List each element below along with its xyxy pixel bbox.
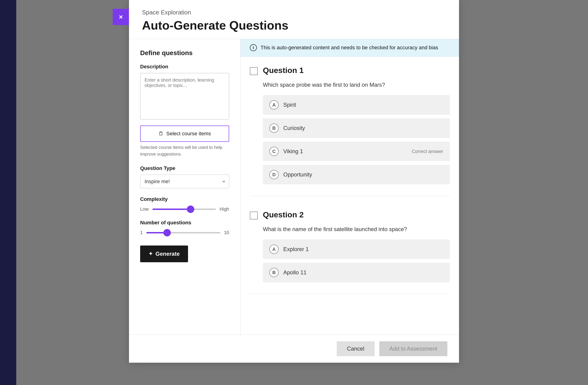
q2-option-b-circle: B bbox=[269, 268, 279, 277]
complexity-section: Complexity Low High bbox=[140, 196, 229, 212]
num-questions-section: Number of questions 1 10 bbox=[140, 220, 229, 235]
complexity-low-label: Low bbox=[140, 206, 149, 212]
modal: × Space Exploration Auto-Generate Questi… bbox=[129, 0, 459, 363]
num-questions-slider-row: 1 10 bbox=[140, 230, 229, 235]
select-course-helper-text: Selected course items will be used to he… bbox=[140, 144, 229, 157]
option-d-text: Opportunity bbox=[283, 171, 312, 178]
modal-body: Define questions Description 🗒 Select co… bbox=[129, 39, 459, 335]
breadcrumb: Space Exploration bbox=[142, 9, 446, 16]
num-questions-min-label: 1 bbox=[140, 230, 143, 235]
question-type-section: Question Type Inspire me! Multiple Choic… bbox=[140, 165, 229, 188]
q2-option-a-circle: A bbox=[269, 245, 279, 254]
modal-header: Space Exploration Auto-Generate Question… bbox=[129, 0, 459, 39]
question-2-options: A Explorer 1 B Apollo 11 bbox=[263, 239, 450, 282]
modal-title: Auto-Generate Questions bbox=[142, 18, 446, 32]
question-2-header: Question 2 bbox=[250, 210, 450, 219]
right-panel: i This is auto-generated content and nee… bbox=[241, 39, 459, 335]
question-1-option-c: C Viking 1 Correct answer bbox=[263, 142, 450, 161]
q2-option-b-text: Apollo 11 bbox=[283, 269, 307, 276]
question-2-option-b: B Apollo 11 bbox=[263, 263, 450, 282]
description-label: Description bbox=[140, 64, 229, 70]
info-icon: i bbox=[250, 44, 257, 51]
info-banner-text: This is auto-generated content and needs… bbox=[261, 45, 438, 51]
select-course-items-label: Select course items bbox=[167, 131, 211, 137]
option-c-text: Viking 1 bbox=[283, 148, 303, 155]
option-a-circle: A bbox=[269, 100, 279, 109]
close-button[interactable]: × bbox=[113, 9, 129, 25]
complexity-high-label: High bbox=[220, 206, 229, 212]
questions-scroll[interactable]: Question 1 Which space probe was the fir… bbox=[241, 57, 459, 335]
question-1-checkbox[interactable] bbox=[250, 67, 258, 75]
question-1-option-b: B Curiosity bbox=[263, 118, 450, 138]
select-course-items-button[interactable]: 🗒 Select course items bbox=[140, 126, 229, 142]
complexity-slider-thumb[interactable] bbox=[187, 206, 194, 213]
info-banner: i This is auto-generated content and nee… bbox=[241, 39, 459, 57]
option-b-circle: B bbox=[269, 124, 279, 133]
generate-button-label: Generate bbox=[155, 251, 180, 257]
add-to-assessment-button: Add to Assessment bbox=[379, 341, 447, 356]
question-1-header: Question 1 bbox=[250, 66, 450, 75]
define-questions-title: Define questions bbox=[140, 49, 229, 57]
question-2-text: What is the name of the first satellite … bbox=[263, 225, 450, 234]
q2-option-a-text: Explorer 1 bbox=[283, 246, 309, 253]
correct-answer-label-1: Correct answer bbox=[412, 149, 443, 154]
num-questions-slider[interactable] bbox=[147, 232, 220, 234]
question-1-text: Which space probe was the first to land … bbox=[263, 81, 450, 89]
question-1-options: A Spirit B Curiosity C Viking 1 Correct … bbox=[263, 95, 450, 184]
question-block-2: Question 2 What is the name of the first… bbox=[250, 210, 450, 294]
num-questions-slider-thumb[interactable] bbox=[163, 229, 171, 236]
question-2-checkbox[interactable] bbox=[250, 212, 258, 219]
num-questions-label: Number of questions bbox=[140, 220, 229, 226]
modal-overlay: × Space Exploration Auto-Generate Questi… bbox=[0, 0, 588, 385]
question-block-1: Question 1 Which space probe was the fir… bbox=[250, 66, 450, 196]
option-a-text: Spirit bbox=[283, 102, 296, 108]
sparkle-icon: ✦ bbox=[148, 251, 153, 257]
description-input[interactable] bbox=[140, 73, 229, 120]
modal-footer: Cancel Add to Assessment bbox=[129, 335, 459, 363]
option-c-circle: C bbox=[269, 147, 279, 156]
num-questions-max-label: 10 bbox=[224, 230, 229, 235]
left-panel: Define questions Description 🗒 Select co… bbox=[129, 39, 241, 335]
question-1-title: Question 1 bbox=[263, 66, 304, 75]
question-type-select[interactable]: Inspire me! Multiple Choice True/False S… bbox=[140, 175, 229, 188]
cancel-button[interactable]: Cancel bbox=[337, 341, 375, 356]
complexity-slider[interactable] bbox=[152, 209, 216, 210]
question-type-label: Question Type bbox=[140, 165, 229, 171]
document-icon: 🗒 bbox=[159, 131, 164, 137]
option-b-text: Curiosity bbox=[283, 125, 305, 131]
complexity-slider-row: Low High bbox=[140, 206, 229, 212]
generate-button[interactable]: ✦ Generate bbox=[140, 246, 188, 262]
option-d-circle: D bbox=[269, 170, 279, 179]
question-2-title: Question 2 bbox=[263, 210, 304, 219]
question-2-option-a: A Explorer 1 bbox=[263, 239, 450, 259]
question-1-option-d: D Opportunity bbox=[263, 165, 450, 184]
complexity-label: Complexity bbox=[140, 196, 229, 202]
question-1-option-a: A Spirit bbox=[263, 95, 450, 115]
